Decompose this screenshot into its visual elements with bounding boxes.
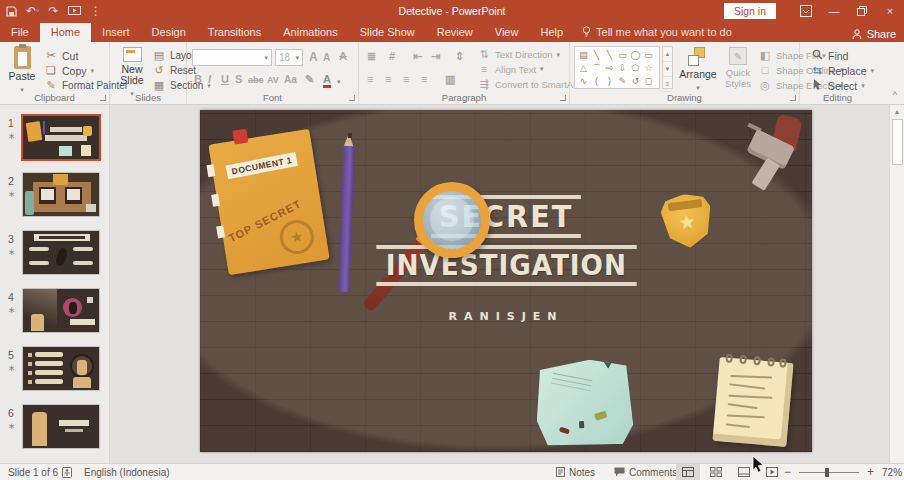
tab-animations[interactable]: Animations [272,23,348,42]
increase-indent-icon[interactable]: ⇥ [431,50,440,63]
shrink-font-icon[interactable]: A [323,52,330,63]
scroll-up-icon[interactable]: ▲ [890,105,904,115]
columns-icon[interactable]: ▥ [445,73,455,86]
replace-button[interactable]: ⇆Replace▾ [810,64,874,77]
shape-line-icon[interactable]: ╲ [590,49,603,61]
comments-button[interactable]: Comments [614,464,677,480]
shapes-gallery-scroll[interactable]: ▲ ▼ ≡ [662,46,673,89]
notepad-graphic[interactable] [712,357,793,447]
numbering-icon[interactable]: # [389,50,395,62]
slide-title-line2[interactable]: INVESTIGATION [200,245,812,286]
tab-slide-show[interactable]: Slide Show [349,23,426,42]
text-direction-dropdown-icon[interactable]: ▾ [557,51,561,59]
line-spacing-icon[interactable]: ⇕ [455,50,464,63]
change-case-icon[interactable]: Aa [284,74,297,85]
copy-dropdown-icon[interactable]: ▾ [91,67,95,75]
bold-icon[interactable]: B [194,73,202,85]
zoom-slider-knob[interactable] [825,468,829,477]
slide-canvas[interactable]: DOCUMENT 1 TOP SECRET ★ SECRET INVESTIGA… [200,110,812,452]
shape-rounded-rect-icon[interactable]: ▭ [642,49,655,61]
shape-arrow-down-icon[interactable]: ⇩ [616,62,629,74]
align-left-icon[interactable]: ≡ [367,73,373,85]
restore-button[interactable] [848,0,876,22]
vertical-scrollbar[interactable]: ▲ [889,105,904,463]
tab-help[interactable]: Help [529,23,574,42]
slide-thumbnail-6[interactable] [22,404,100,449]
normal-view-button[interactable] [676,464,700,480]
underline-icon[interactable]: U [221,73,229,85]
zoom-in-button[interactable]: + [867,465,874,479]
gallery-up-icon[interactable]: ▲ [663,47,672,62]
zoom-level[interactable]: 72% [882,467,902,478]
slide-sorter-view-button[interactable] [704,464,728,480]
select-dropdown-icon[interactable]: ▾ [861,82,865,90]
character-spacing-icon[interactable]: AV [267,75,279,85]
slide-thumbnail-1[interactable] [21,114,101,161]
align-text-button[interactable]: ≡Align Text▾ [477,63,544,75]
gallery-down-icon[interactable]: ▼ [663,62,672,77]
copy-button[interactable]: ❏Copy▾ [44,64,94,77]
shape-scribble-icon[interactable]: ✎ [616,75,629,87]
font-name-combobox[interactable]: ▾ [192,49,272,66]
zoom-slider[interactable] [799,472,859,473]
language-indicator[interactable]: English (Indonesia) [84,464,170,480]
slide-subtitle[interactable]: RANISJEN [200,310,812,323]
font-color-icon[interactable]: A [323,73,331,88]
slide-thumbnail-4[interactable] [22,288,100,333]
font-dialog-launcher-icon[interactable] [349,95,355,101]
shape-curve-icon[interactable]: ∿ [577,75,590,87]
decrease-indent-icon[interactable]: ⇤ [413,50,422,63]
shape-arrow-line-icon[interactable]: ╲ [603,49,616,61]
tell-me-box[interactable]: Tell me what you want to do [574,23,740,42]
find-button[interactable]: Find [810,49,848,62]
strikethrough-icon[interactable]: abc [248,75,264,85]
text-shadow-icon[interactable]: S [235,73,242,85]
justify-icon[interactable]: ≡ [421,73,427,85]
clear-formatting-icon[interactable]: A [339,50,347,62]
clipboard-dialog-launcher-icon[interactable] [100,95,106,101]
font-size-combobox[interactable]: 18▾ [275,49,303,66]
font-size-dropdown-icon[interactable]: ▾ [295,54,299,62]
font-name-dropdown-icon[interactable]: ▾ [264,54,268,62]
tab-insert[interactable]: Insert [91,23,141,42]
magnifier-lens-icon[interactable] [414,182,490,258]
shape-star-icon[interactable]: ☆ [642,62,655,74]
font-color-dropdown-icon[interactable]: ▾ [337,78,341,86]
shape-pentagon-icon[interactable]: ⬠ [629,62,642,74]
shapes-gallery[interactable]: ▤╲╲▭◯▭ △⌒⇨⇩⬠☆ ∿()✎↺◻ [574,46,660,89]
slide-title-line1[interactable]: SECRET [200,195,812,238]
text-direction-button[interactable]: ⇅Text Direction▾ [477,48,560,61]
align-center-icon[interactable]: ≡ [385,73,391,85]
accessibility-icon[interactable] [62,464,72,480]
tab-file[interactable]: File [0,23,40,42]
grow-font-icon[interactable]: A [309,50,318,64]
shape-arrow-right-icon[interactable]: ⇨ [603,62,616,74]
drawing-dialog-launcher-icon[interactable] [790,95,796,101]
tab-design[interactable]: Design [141,23,197,42]
shape-triangle-icon[interactable]: △ [577,62,590,74]
shape-oval-icon[interactable]: ◯ [629,49,642,61]
align-text-dropdown-icon[interactable]: ▾ [540,65,544,73]
shape-arc-icon[interactable]: ⌒ [590,62,603,74]
tab-home[interactable]: Home [40,23,91,42]
zoom-out-button[interactable]: − [784,465,791,479]
paragraph-dialog-launcher-icon[interactable] [560,95,566,101]
replace-dropdown-icon[interactable]: ▾ [871,67,875,75]
tab-transitions[interactable]: Transitions [197,23,272,42]
arrange-button[interactable]: Arrange ▾ [678,47,718,93]
slide-thumbnail-5[interactable] [22,346,100,391]
bullets-icon[interactable]: ≣ [367,50,376,63]
shape-square-icon[interactable]: ◻ [642,75,655,87]
align-right-icon[interactable]: ≡ [403,73,409,85]
notes-button[interactable]: Notes [556,464,595,480]
shape-paren-right-icon[interactable]: ) [603,75,616,87]
scrollbar-thumb[interactable] [892,119,903,165]
shape-textbox-icon[interactable]: ▤ [577,49,590,61]
shape-paren-left-icon[interactable]: ( [590,75,603,87]
revolver-graphic[interactable] [713,110,812,208]
tab-review[interactable]: Review [426,23,484,42]
italic-icon[interactable]: I [208,73,211,85]
share-button[interactable]: Share [852,28,896,40]
crumpled-note-graphic[interactable] [534,358,634,449]
highlight-color-icon[interactable]: ✎ [305,73,314,86]
